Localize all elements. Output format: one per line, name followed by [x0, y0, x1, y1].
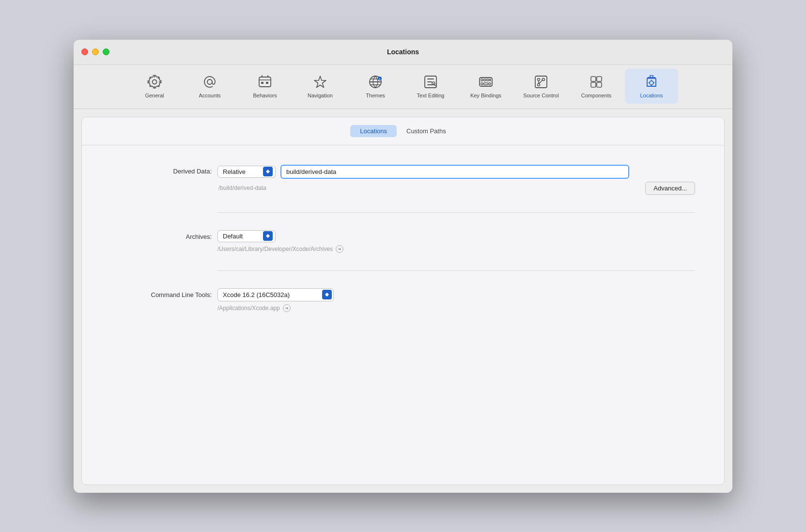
command-line-tools-path-row: /Applications/Xcode.app ➜	[217, 304, 695, 312]
toolbar-item-components[interactable]: Components	[570, 69, 623, 104]
toolbar-item-locations[interactable]: Locations	[625, 69, 678, 104]
toolbar-label-accounts: Accounts	[199, 93, 220, 98]
toolbar-label-general: General	[145, 93, 164, 98]
svg-rect-27	[597, 82, 602, 87]
svg-rect-15	[487, 79, 489, 81]
gear-icon	[147, 74, 162, 90]
toolbar-label-components: Components	[581, 93, 611, 98]
toolbar-item-themes[interactable]: A Themes	[349, 69, 402, 104]
toolbar-item-key-bindings[interactable]: Key Bindings	[459, 69, 512, 104]
navigation-icon	[312, 74, 328, 90]
divider-1	[217, 212, 695, 213]
svg-rect-19	[489, 83, 491, 85]
svg-rect-6	[261, 82, 264, 84]
toolbar-label-key-bindings: Key Bindings	[470, 93, 501, 98]
window-title: Locations	[387, 48, 419, 56]
toolbar-label-locations: Locations	[640, 93, 663, 98]
close-button[interactable]	[81, 48, 88, 55]
components-icon	[589, 74, 604, 90]
divider-2	[217, 270, 695, 271]
archives-row: Archives: Default Custom	[111, 230, 695, 253]
key-bindings-icon	[478, 74, 494, 90]
svg-point-28	[650, 81, 653, 85]
minimize-button[interactable]	[92, 48, 99, 55]
archives-path-row: /Users/cai/Library/Developer/Xcode/Archi…	[217, 245, 695, 253]
toolbar-label-themes: Themes	[366, 93, 385, 98]
toolbar-item-behaviors[interactable]: Behaviors	[238, 69, 292, 104]
toolbar-item-navigation[interactable]: Navigation	[294, 69, 347, 104]
svg-point-1	[207, 79, 212, 84]
svg-rect-16	[490, 79, 491, 81]
advanced-button[interactable]: Advanced...	[645, 182, 695, 195]
archives-field: Default Custom /User	[217, 230, 695, 253]
themes-icon: A	[368, 74, 383, 90]
main-window: Locations General Accounts	[74, 40, 732, 493]
svg-rect-26	[591, 82, 596, 87]
svg-rect-13	[481, 79, 483, 81]
sub-tabs-bar: Locations Custom Paths	[82, 117, 724, 145]
svg-rect-14	[484, 79, 486, 81]
archives-path-text: /Users/cai/Library/Developer/Xcode/Archi…	[217, 246, 333, 252]
behaviors-icon	[257, 74, 273, 90]
derived-data-select-wrapper: Relative Default Custom	[217, 166, 276, 178]
archives-select-wrapper: Default Custom	[217, 230, 276, 242]
svg-rect-24	[591, 77, 596, 81]
at-icon	[202, 74, 217, 90]
toolbar: General Accounts	[74, 65, 732, 109]
archives-input-row: Default Custom	[217, 230, 695, 242]
title-bar: Locations	[74, 40, 732, 65]
toolbar-label-behaviors: Behaviors	[253, 93, 277, 98]
derived-data-input[interactable]: build/derived-data	[280, 165, 629, 179]
derived-data-hint: /build/derived-data	[217, 185, 266, 191]
command-line-tools-path-text: /Applications/Xcode.app	[217, 305, 280, 312]
maximize-button[interactable]	[103, 48, 109, 55]
command-line-tools-select[interactable]: Xcode 16.2 (16C5032a) Xcode 15.4 None	[217, 288, 334, 301]
form-content: Derived Data: Relative Default Custom	[82, 145, 724, 349]
toolbar-item-text-editing[interactable]: Text Editing	[404, 69, 457, 104]
svg-rect-17	[481, 83, 483, 85]
toolbar-item-accounts[interactable]: Accounts	[183, 69, 236, 104]
traffic-lights	[81, 48, 109, 55]
toolbar-label-navigation: Navigation	[308, 93, 333, 98]
archives-select[interactable]: Default Custom	[217, 230, 276, 242]
svg-point-0	[153, 79, 157, 84]
derived-data-select[interactable]: Relative Default Custom	[217, 166, 276, 178]
archives-path-arrow[interactable]: ➜	[336, 245, 343, 253]
derived-data-label: Derived Data:	[111, 165, 217, 175]
toolbar-item-general[interactable]: General	[128, 69, 181, 104]
derived-data-input-row: Relative Default Custom bu	[217, 165, 695, 179]
svg-rect-25	[597, 77, 602, 81]
toolbar-item-source-control[interactable]: Source Control	[514, 69, 568, 104]
content-area: Locations Custom Paths Derived Data: Rel…	[81, 117, 725, 485]
command-line-tools-select-wrapper: Xcode 16.2 (16C5032a) Xcode 15.4 None	[217, 288, 334, 301]
svg-rect-18	[484, 83, 488, 85]
svg-rect-2	[259, 77, 271, 87]
tab-custom-paths[interactable]: Custom Paths	[397, 125, 456, 137]
text-editing-icon	[423, 74, 438, 90]
derived-data-row: Derived Data: Relative Default Custom	[111, 165, 695, 195]
archives-label: Archives:	[111, 230, 217, 240]
toolbar-label-text-editing: Text Editing	[417, 93, 445, 98]
derived-data-field: Relative Default Custom bu	[217, 165, 695, 195]
command-line-tools-label: Command Line Tools:	[111, 288, 217, 298]
command-line-tools-row: Command Line Tools: Xcode 16.2 (16C5032a…	[111, 288, 695, 312]
toolbar-label-source-control: Source Control	[523, 93, 558, 98]
source-control-icon	[533, 74, 549, 90]
command-line-tools-path-arrow[interactable]: ➜	[283, 304, 291, 312]
command-line-tools-input-row: Xcode 16.2 (16C5032a) Xcode 15.4 None	[217, 288, 695, 301]
locations-icon	[644, 74, 659, 90]
tab-locations[interactable]: Locations	[350, 125, 397, 137]
svg-rect-7	[266, 82, 268, 84]
command-line-tools-field: Xcode 16.2 (16C5032a) Xcode 15.4 None	[217, 288, 695, 312]
